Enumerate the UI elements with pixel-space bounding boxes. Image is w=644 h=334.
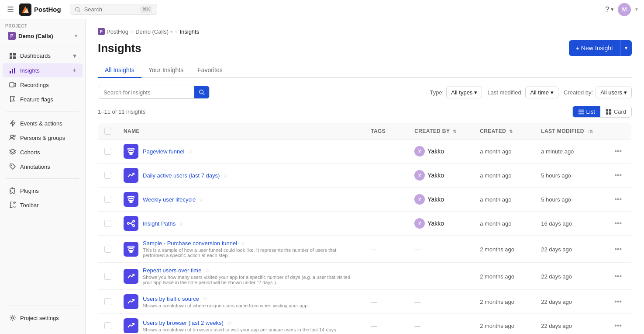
filters-row: Type: All types ▾ Last modified: All tim…	[98, 86, 632, 99]
row-actions-button[interactable]: •••	[611, 170, 625, 181]
sidebar-item-dashboards[interactable]: Dashboards ▾	[3, 49, 83, 63]
chevron-down-icon: ▾	[474, 89, 477, 96]
sort-icon: ↓⇅	[587, 129, 593, 134]
row-actions-button[interactable]: •••	[611, 320, 625, 331]
row-actions-button[interactable]: •••	[611, 296, 625, 307]
breadcrumb: P PostHog › Demo (Calls) ▾ › Insights	[98, 28, 632, 35]
new-insight-button[interactable]: + New Insight ▾	[569, 40, 632, 56]
last-modified-label: Last modified:	[487, 89, 523, 96]
last-modified-select[interactable]: All time ▾	[525, 87, 558, 98]
favorite-star-icon[interactable]: ☆	[205, 267, 210, 274]
sidebar-item-label: Recordings	[20, 82, 76, 88]
insight-name-link[interactable]: Weekly user lifecycle	[143, 196, 196, 203]
th-created[interactable]: CREATED ⇅	[474, 123, 535, 139]
tab-your-insights[interactable]: Your Insights	[141, 63, 190, 78]
creator-avatar: Y	[414, 146, 425, 157]
favorite-star-icon[interactable]: ☆	[241, 240, 246, 247]
last-modified-time: 16 days ago	[541, 220, 572, 227]
sidebar-item-toolbar[interactable]: Toolbar	[3, 198, 83, 212]
search-kbd: ⌘K	[140, 6, 152, 13]
new-insight-label[interactable]: + New Insight	[569, 41, 620, 55]
sidebar-item-events-actions[interactable]: Events & actions	[3, 116, 83, 130]
view-toggle: List Card	[572, 106, 632, 118]
new-insight-dropdown-arrow[interactable]: ▾	[620, 42, 632, 55]
breadcrumb-project[interactable]: Demo (Calls) ▾	[135, 28, 172, 35]
favorite-star-icon[interactable]: ☆	[179, 220, 184, 227]
menu-button[interactable]: ☰	[5, 3, 16, 16]
row-actions-button[interactable]: •••	[611, 194, 625, 205]
row-checkbox[interactable]	[104, 196, 111, 203]
row-checkbox[interactable]	[104, 273, 111, 280]
sidebar-item-cohorts[interactable]: Cohorts	[3, 145, 83, 159]
th-last-modified[interactable]: LAST MODIFIED ↓⇅	[535, 123, 605, 139]
sidebar-item-recordings[interactable]: Recordings	[3, 78, 83, 92]
row-checkbox[interactable]	[104, 322, 111, 329]
insight-search-button[interactable]	[194, 86, 209, 98]
table-header: NAME TAGS CREATED BY ⇅ CREATED ⇅	[98, 123, 632, 139]
add-insight-icon[interactable]: +	[72, 66, 76, 74]
svg-rect-25	[606, 109, 608, 111]
created-by-cell: Y Yakko	[414, 170, 468, 181]
svg-rect-31	[130, 153, 132, 154]
topbar-search-box[interactable]: ⌘K	[70, 4, 157, 15]
row-checkbox[interactable]	[104, 298, 111, 305]
created-by-select[interactable]: All users ▾	[596, 87, 632, 98]
card-view-button[interactable]: Card	[600, 106, 631, 117]
tab-favorites[interactable]: Favorites	[190, 63, 230, 78]
row-checkbox[interactable]	[104, 220, 111, 227]
row-checkbox[interactable]	[104, 148, 111, 155]
row-actions-button[interactable]: •••	[611, 218, 625, 229]
favorite-star-icon[interactable]: ☆	[199, 196, 204, 203]
insight-search-input[interactable]	[98, 87, 194, 98]
tag-icon	[9, 163, 17, 170]
creator-avatar: Y	[414, 194, 425, 205]
th-name[interactable]: NAME	[117, 123, 365, 139]
favorite-star-icon[interactable]: ☆	[227, 320, 232, 326]
app-logo: PostHog	[19, 3, 61, 16]
project-name-button[interactable]: P Demo (Calls) ▾	[5, 30, 80, 42]
insight-name-link[interactable]: Pageview funnel	[143, 148, 184, 155]
favorite-star-icon[interactable]: ☆	[203, 296, 208, 302]
help-button[interactable]: ? ▼	[605, 6, 614, 14]
user-avatar[interactable]: M	[618, 3, 631, 16]
creator-avatar: Y	[414, 170, 425, 181]
row-checkbox[interactable]	[104, 172, 111, 179]
sidebar-item-plugins[interactable]: Plugins	[3, 184, 83, 198]
row-actions-button[interactable]: •••	[611, 146, 625, 157]
insight-name-link[interactable]: Daily active users (last 7 days)	[143, 172, 220, 179]
row-actions-button[interactable]: •••	[611, 244, 625, 255]
svg-marker-17	[10, 149, 16, 153]
svg-marker-14	[10, 120, 15, 126]
sidebar-nav-secondary: Events & actions Persons & groups Cohort…	[0, 114, 85, 176]
type-filter-select[interactable]: All types ▾	[446, 87, 482, 98]
svg-rect-27	[606, 112, 608, 114]
sidebar-item-label: Annotations	[20, 164, 76, 170]
puzzle-icon	[9, 187, 17, 195]
sidebar-item-label: Plugins	[20, 188, 76, 194]
row-actions-button[interactable]: •••	[611, 271, 625, 282]
sidebar-item-annotations[interactable]: Annotations	[3, 160, 83, 174]
insight-name-link[interactable]: Users by traffic source	[143, 296, 199, 302]
last-modified-time: 5 hours ago	[541, 172, 571, 179]
sidebar-item-project-settings[interactable]: Project settings	[3, 311, 83, 325]
tab-all-insights[interactable]: All Insights	[98, 63, 141, 78]
favorite-star-icon[interactable]: ☆	[188, 148, 193, 155]
row-checkbox[interactable]	[104, 246, 111, 253]
select-all-checkbox[interactable]	[104, 128, 111, 135]
count-row: 1–11 of 11 insights List Card	[98, 106, 632, 118]
sidebar-item-insights[interactable]: Insights +	[3, 63, 83, 77]
breadcrumb-posthog[interactable]: P PostHog	[98, 28, 128, 35]
insight-name-link[interactable]: Insight Paths	[143, 220, 176, 227]
favorite-star-icon[interactable]: ☆	[223, 172, 228, 179]
insight-name-link[interactable]: Sample - Purchase conversion funnel	[143, 240, 237, 247]
creator-name: Yakko	[427, 148, 444, 155]
sidebar-item-feature-flags[interactable]: Feature flags	[3, 92, 83, 106]
insight-search-box[interactable]	[98, 86, 210, 99]
list-view-button[interactable]: List	[573, 106, 600, 117]
last-modified-filter: Last modified: All time ▾	[487, 87, 558, 98]
insight-name-link[interactable]: Users by browser (last 2 weeks)	[143, 320, 224, 326]
topbar-search-input[interactable]	[84, 6, 137, 13]
insight-name-link[interactable]: Repeat users over time	[143, 267, 201, 274]
sidebar-item-persons-groups[interactable]: Persons & groups	[3, 131, 83, 145]
th-created-by[interactable]: CREATED BY ⇅	[408, 123, 474, 139]
